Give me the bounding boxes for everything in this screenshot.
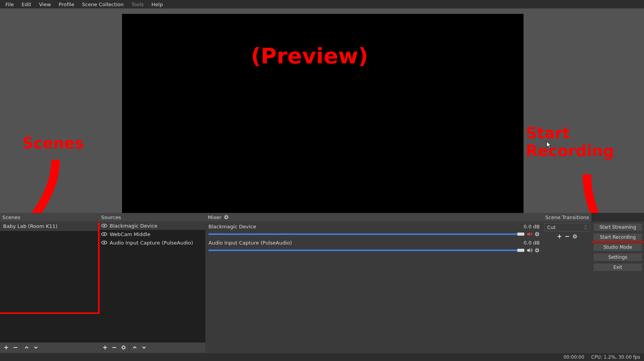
svg-point-7 bbox=[225, 216, 227, 218]
scene-item[interactable]: Baby Lab (Room K11) bbox=[0, 221, 99, 231]
visibility-icon[interactable] bbox=[101, 232, 107, 236]
svg-point-3 bbox=[103, 233, 105, 235]
mute-icon[interactable] bbox=[527, 231, 533, 237]
transitions-body: Cut bbox=[543, 221, 591, 353]
source-item[interactable]: Audio Input Capture (PulseAudio) bbox=[99, 238, 205, 247]
settings-button[interactable]: Settings bbox=[593, 253, 642, 261]
mixer-track-level: 0.0 dB bbox=[524, 240, 540, 246]
svg-point-5 bbox=[103, 242, 105, 243]
sources-header: Sources bbox=[99, 213, 205, 221]
mixer-header-label: Mixer bbox=[208, 214, 221, 220]
menu-view[interactable]: View bbox=[35, 0, 55, 8]
move-scene-down-button[interactable] bbox=[31, 344, 41, 351]
transition-properties-button[interactable] bbox=[572, 234, 578, 239]
start-streaming-button[interactable]: Start Streaming bbox=[593, 223, 642, 231]
speaker-icon[interactable] bbox=[527, 248, 533, 253]
add-scene-button[interactable] bbox=[2, 344, 11, 351]
add-transition-button[interactable] bbox=[557, 234, 562, 239]
studio-mode-button[interactable]: Studio Mode bbox=[593, 243, 642, 251]
exit-button[interactable]: Exit bbox=[593, 263, 642, 272]
move-scene-up-button[interactable] bbox=[22, 344, 31, 351]
status-time: 00:00:00 bbox=[563, 354, 584, 360]
main-area: (Preview) Scenes Start Recording bbox=[0, 8, 644, 213]
status-cpu: CPU: 1.2%, 30.00 fps bbox=[591, 354, 640, 360]
mixer-track-level: 0.0 dB bbox=[524, 224, 540, 229]
volume-slider[interactable] bbox=[208, 250, 524, 251]
scenes-toolbar bbox=[0, 342, 99, 353]
bottom-dock: Scenes Baby Lab (Room K11) Sources Black… bbox=[0, 213, 644, 353]
source-item[interactable]: WebCam Middle bbox=[99, 230, 205, 238]
status-bar: 00:00:00 CPU: 1.2%, 30.00 fps bbox=[0, 353, 644, 361]
svg-point-6 bbox=[122, 346, 125, 349]
sources-list[interactable]: Blackmagic Device WebCam Middle Audio In… bbox=[99, 221, 205, 342]
gear-icon[interactable] bbox=[534, 248, 540, 253]
sources-toolbar bbox=[99, 342, 205, 353]
annotation-scenes-label: Scenes bbox=[22, 134, 84, 152]
svg-point-10 bbox=[574, 235, 576, 238]
mixer-track-name: Audio Input Capture (PulseAudio) bbox=[208, 240, 292, 246]
svg-point-9 bbox=[536, 249, 538, 251]
menu-bar: File Edit View Profile Scene Collection … bbox=[0, 0, 644, 8]
scenes-panel: Scenes Baby Lab (Room K11) bbox=[0, 213, 99, 353]
annotation-preview-label: (Preview) bbox=[251, 43, 368, 68]
controls-panel: Start Streaming Start Recording Studio M… bbox=[591, 213, 644, 353]
remove-source-button[interactable] bbox=[110, 344, 119, 351]
mixer-panel: Mixer Blackmagic Device 0.0 dB bbox=[205, 213, 543, 353]
gear-icon[interactable] bbox=[534, 231, 540, 237]
menu-scene-collection[interactable]: Scene Collection bbox=[78, 0, 127, 8]
volume-slider[interactable] bbox=[208, 233, 524, 235]
mixer-body: Blackmagic Device 0.0 dB Audio Input Cap… bbox=[205, 221, 543, 353]
source-item-label: Audio Input Capture (PulseAudio) bbox=[110, 240, 193, 246]
svg-point-1 bbox=[103, 225, 105, 226]
scenes-header: Scenes bbox=[0, 213, 99, 221]
transition-select[interactable]: Cut bbox=[544, 223, 590, 231]
source-item-label: WebCam Middle bbox=[110, 231, 150, 237]
annotation-start-recording-label: Start Recording bbox=[526, 124, 614, 160]
source-item[interactable]: Blackmagic Device bbox=[99, 221, 205, 230]
move-source-up-button[interactable] bbox=[130, 344, 139, 351]
spinner-icon bbox=[584, 225, 587, 229]
menu-profile[interactable]: Profile bbox=[55, 0, 78, 8]
remove-scene-button[interactable] bbox=[11, 344, 20, 351]
menu-edit[interactable]: Edit bbox=[18, 0, 35, 8]
add-source-button[interactable] bbox=[100, 344, 110, 351]
remove-transition-button[interactable] bbox=[564, 234, 570, 239]
mixer-header: Mixer bbox=[205, 213, 543, 221]
move-source-down-button[interactable] bbox=[139, 344, 149, 351]
controls-spacer bbox=[591, 213, 644, 221]
mixer-track-name: Blackmagic Device bbox=[208, 224, 256, 229]
menu-help[interactable]: Help bbox=[147, 0, 167, 8]
source-item-label: Blackmagic Device bbox=[110, 223, 157, 229]
sources-panel: Sources Blackmagic Device WebCam Middle … bbox=[99, 213, 205, 353]
transition-select-value: Cut bbox=[547, 224, 556, 230]
source-properties-button[interactable] bbox=[119, 344, 128, 351]
controls-body: Start Streaming Start Recording Studio M… bbox=[591, 221, 644, 353]
start-recording-button[interactable]: Start Recording bbox=[593, 233, 642, 241]
transitions-header: Scene Transitions bbox=[543, 213, 591, 221]
gear-icon[interactable] bbox=[224, 214, 229, 220]
mixer-track: Blackmagic Device 0.0 dB bbox=[205, 222, 543, 238]
scenes-list[interactable]: Baby Lab (Room K11) bbox=[0, 221, 99, 342]
menu-file[interactable]: File bbox=[2, 0, 18, 8]
mixer-track: Audio Input Capture (PulseAudio) 0.0 dB bbox=[205, 238, 543, 255]
transitions-panel: Scene Transitions Cut bbox=[543, 213, 591, 353]
menu-tools[interactable]: Tools bbox=[127, 0, 147, 8]
svg-point-8 bbox=[536, 233, 538, 235]
visibility-icon[interactable] bbox=[101, 240, 107, 245]
visibility-icon[interactable] bbox=[101, 223, 107, 228]
